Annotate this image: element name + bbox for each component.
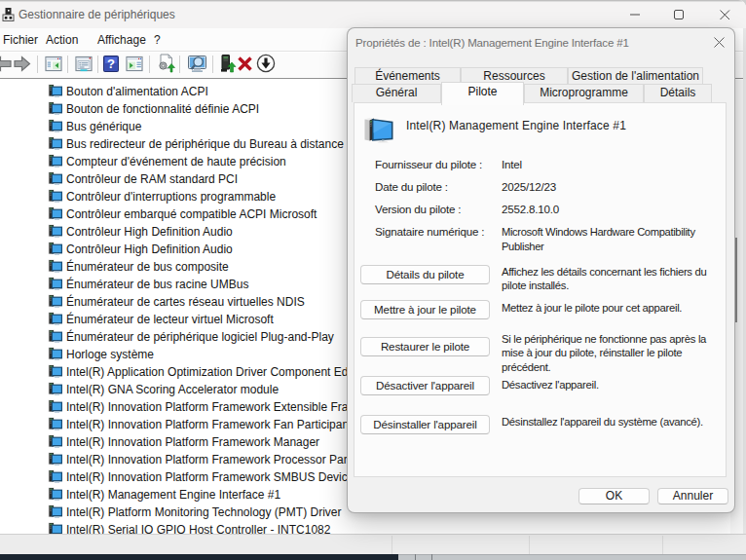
svg-text:?: ? (107, 56, 115, 71)
